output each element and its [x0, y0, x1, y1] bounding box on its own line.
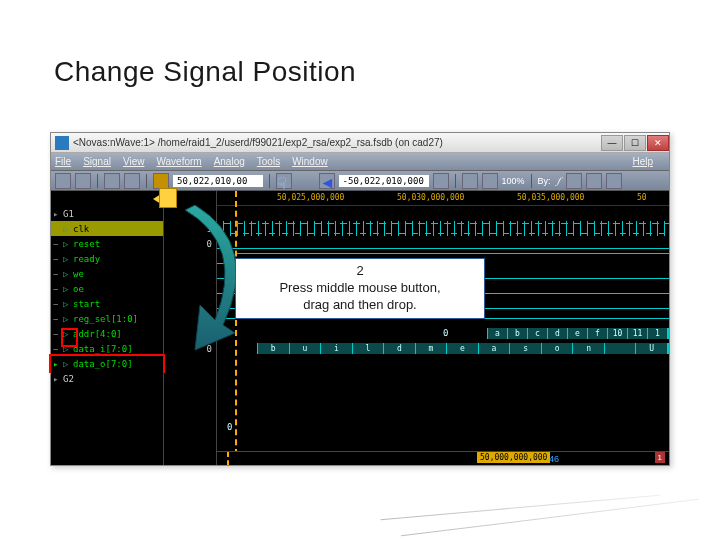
bus-cell: m	[416, 343, 448, 354]
menu-view[interactable]: View	[123, 156, 145, 167]
by-formula-icon[interactable]: 𝑓	[557, 175, 560, 187]
menu-file[interactable]: File	[55, 156, 71, 167]
bus-cell: d	[548, 328, 568, 339]
zoom-out-icon[interactable]	[482, 173, 498, 189]
next-icon[interactable]	[433, 173, 449, 189]
toolbar: 50,022,010,00 ☟ ◄ -50,022,010,000 100% B…	[51, 171, 669, 191]
menu-help[interactable]: Help	[632, 156, 653, 167]
callout-line1: Press middle mouse button,	[242, 280, 478, 297]
bus-cell: n	[573, 343, 605, 354]
drag-cursor-icon	[155, 188, 179, 210]
bus-cell: U	[636, 343, 668, 354]
menu-analog[interactable]: Analog	[214, 156, 245, 167]
menubar: File Signal View Waveform Analog Tools W…	[51, 153, 669, 171]
bus-cell: e	[568, 328, 588, 339]
instruction-callout: 2 Press middle mouse button, drag and th…	[235, 258, 485, 319]
page-number: 46	[549, 454, 559, 464]
delta-time-field[interactable]: -50,022,010,000	[339, 175, 429, 187]
signal-reset[interactable]: −▷reset	[51, 236, 163, 251]
callout-line2: drag and then drop.	[242, 297, 478, 314]
signal-we[interactable]: −▷we	[51, 266, 163, 281]
wave-reset[interactable]	[217, 236, 669, 251]
group-g2[interactable]: ▸G2	[51, 371, 163, 386]
bus-cell: 1	[648, 328, 668, 339]
bus-cell: i	[321, 343, 353, 354]
close-button[interactable]: ✕	[647, 135, 669, 151]
menu-window[interactable]: Window	[292, 156, 328, 167]
slide-title: Change Signal Position	[54, 56, 356, 88]
marker-badge[interactable]: 1	[655, 452, 665, 463]
app-icon	[55, 136, 69, 150]
bus-cell: b	[508, 328, 528, 339]
bus-cell: l	[353, 343, 385, 354]
group-g1[interactable]: ▸G1	[51, 206, 163, 221]
tool-cut-icon[interactable]	[104, 173, 120, 189]
bus-cell	[605, 343, 637, 354]
waveform-panel[interactable]: 50,025,000,000 50,030,000,000 50,035,000…	[217, 191, 669, 465]
time-ruler[interactable]: 50,025,000,000 50,030,000,000 50,035,000…	[217, 191, 669, 206]
signal-reg-sel[interactable]: −▷reg_sel[1:0]	[51, 311, 163, 326]
bottom-time-marker[interactable]: 50,000,000,000	[477, 452, 550, 463]
wave-addr[interactable]: 0 abcdef10111	[217, 326, 669, 341]
menu-tools[interactable]: Tools	[257, 156, 280, 167]
signal-start[interactable]: −▷start	[51, 296, 163, 311]
maximize-button[interactable]: ☐	[624, 135, 646, 151]
drop-target-marker	[63, 330, 76, 345]
wave-clk[interactable]	[217, 221, 669, 236]
window-title: <Novas:nWave:1> /home/raid1_2/userd/f990…	[73, 137, 600, 148]
signal-data-o[interactable]: ▸▷data_o[7:0]	[51, 356, 163, 371]
wave-data-i[interactable]: buildmeasonU	[217, 341, 669, 356]
tool-generic-icon[interactable]	[124, 173, 140, 189]
zoom-in-icon[interactable]	[462, 173, 478, 189]
tool-next-edge-icon[interactable]	[586, 173, 602, 189]
bottom-ruler[interactable]: 50,000,000,000 46 1	[217, 451, 669, 465]
cursor-time-field[interactable]: 50,022,010,00	[173, 175, 263, 187]
bus-cell: a	[479, 343, 511, 354]
bus-cell: 11	[628, 328, 648, 339]
slide-deco-line	[380, 495, 659, 520]
cursor-marker-icon[interactable]	[153, 173, 169, 189]
wave-spare[interactable]: 0	[217, 420, 669, 435]
bus-cell: e	[447, 343, 479, 354]
tool-prev-edge-icon[interactable]	[566, 173, 582, 189]
hand-icon[interactable]: ☟	[276, 173, 292, 189]
by-label: By:	[538, 176, 551, 186]
zoom-level: 100%	[502, 176, 525, 186]
menu-signal[interactable]: Signal	[83, 156, 111, 167]
bus-cell: d	[384, 343, 416, 354]
tool-search-icon[interactable]	[606, 173, 622, 189]
tool-undo-icon[interactable]	[55, 173, 71, 189]
signal-name-panel[interactable]: ▸G1 −▷clk −▷reset −▷ready −▷we −▷oe −▷st…	[51, 191, 164, 465]
bus-cell: a	[488, 328, 508, 339]
window-titlebar[interactable]: <Novas:nWave:1> /home/raid1_2/userd/f990…	[51, 133, 669, 153]
callout-step: 2	[242, 263, 478, 280]
bus-cell: u	[290, 343, 322, 354]
bus-cell: f	[588, 328, 608, 339]
menu-waveform[interactable]: Waveform	[156, 156, 201, 167]
bus-cell: s	[510, 343, 542, 354]
signal-oe[interactable]: −▷oe	[51, 281, 163, 296]
minimize-button[interactable]: —	[601, 135, 623, 151]
tool-redo-icon[interactable]	[75, 173, 91, 189]
bus-cell: 10	[608, 328, 628, 339]
bus-cell: o	[542, 343, 574, 354]
prev-icon[interactable]: ◄	[319, 173, 335, 189]
signal-ready[interactable]: −▷ready	[51, 251, 163, 266]
signal-clk[interactable]: −▷clk	[51, 221, 163, 236]
bus-cell: c	[528, 328, 548, 339]
